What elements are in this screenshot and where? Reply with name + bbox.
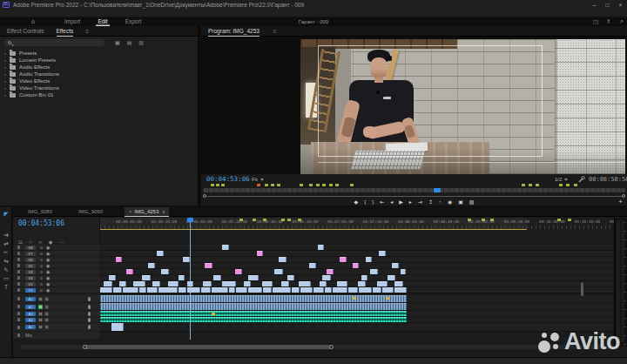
video-clip[interactable] (236, 287, 247, 293)
video-clip[interactable] (318, 245, 324, 250)
lock-icon[interactable] (17, 276, 20, 280)
video-clip[interactable] (299, 281, 311, 286)
drag-video-only-button[interactable]: ▨ (469, 198, 475, 206)
lock-icon[interactable] (17, 318, 20, 321)
lock-icon[interactable] (17, 246, 20, 249)
marker-icon[interactable] (568, 219, 571, 221)
sync-lock-icon[interactable] (40, 277, 43, 280)
video-clip[interactable] (222, 245, 229, 250)
tree-item-audio-effects[interactable]: ›Audio Effects (0, 64, 198, 71)
lock-icon[interactable] (17, 252, 20, 255)
video-clip[interactable] (348, 287, 358, 293)
type-tool[interactable]: T (0, 283, 12, 292)
marker-icon[interactable] (257, 184, 260, 186)
marker-icon[interactable] (316, 184, 320, 186)
marker-icon[interactable] (221, 184, 225, 186)
solo-button[interactable]: S (44, 325, 49, 329)
sync-lock-icon[interactable] (40, 265, 43, 267)
video-clip[interactable] (157, 251, 164, 256)
video-clip[interactable] (322, 275, 331, 280)
video-clip[interactable] (327, 269, 334, 274)
quick-export-icon[interactable]: ⇑ (606, 17, 610, 26)
add-marker-icon[interactable]: ◆ (49, 239, 53, 245)
video-clip[interactable] (373, 287, 381, 293)
toggle-track-output-icon[interactable]: ◉ (46, 251, 50, 256)
marker-icon[interactable] (490, 219, 494, 221)
marker-icon[interactable] (253, 219, 256, 221)
sync-lock-icon[interactable] (40, 289, 43, 292)
video-clip[interactable] (179, 275, 185, 280)
audio-clip[interactable] (111, 323, 124, 331)
video-clip[interactable] (201, 287, 211, 293)
video-clip[interactable] (273, 287, 291, 293)
mark-in-button[interactable]: { (364, 198, 366, 206)
solo-button[interactable]: S (44, 305, 49, 309)
marker-icon[interactable] (536, 184, 539, 186)
voiceover-record-icon[interactable] (88, 318, 91, 322)
mute-button[interactable]: M (38, 305, 43, 309)
tree-item-video-effects[interactable]: ›Video Effects (0, 78, 198, 84)
sync-lock-icon[interactable] (40, 283, 43, 286)
marker-icon[interactable] (216, 184, 219, 186)
video-clip[interactable] (292, 287, 300, 293)
source-patch-v5[interactable]: V5 (25, 264, 36, 268)
video-clip[interactable] (229, 287, 235, 293)
mute-button[interactable]: M (38, 297, 43, 301)
video-clip[interactable] (203, 281, 212, 286)
clip-marker-icon[interactable] (353, 297, 356, 300)
home-icon[interactable]: ⌂ (31, 17, 35, 26)
razor-tool[interactable]: ✂ (0, 248, 12, 257)
video-clip[interactable] (325, 287, 332, 293)
playback-resolution-dropdown[interactable]: 1/2 (555, 175, 568, 184)
effects-search-input[interactable] (4, 39, 104, 46)
video-clip[interactable] (116, 257, 122, 262)
source-patch-v7[interactable]: V7 (25, 252, 36, 256)
marker-icon[interactable] (271, 184, 274, 186)
video-clip[interactable] (337, 281, 347, 286)
video-clip[interactable] (300, 287, 313, 293)
video-clip[interactable] (148, 263, 155, 268)
scrollbar-handle[interactable] (329, 345, 334, 349)
sync-lock-icon[interactable] (40, 259, 43, 261)
video-clip[interactable] (119, 281, 126, 286)
video-clip[interactable] (361, 275, 367, 280)
marker-icon[interactable] (557, 219, 561, 221)
tree-item-audio-transitions[interactable]: ›Audio Transitions (0, 71, 198, 78)
zoom-level-dropdown[interactable]: Fit (252, 175, 264, 184)
video-clip[interactable] (320, 281, 327, 286)
lock-icon[interactable] (17, 305, 20, 308)
video-clip[interactable] (263, 287, 272, 293)
window-minimize-button[interactable]: – (588, 0, 601, 10)
tree-item-lumetri-presets[interactable]: ›Lumetri Presets (0, 57, 198, 64)
source-patch-v2[interactable]: V2 (25, 282, 36, 286)
video-clip[interactable] (401, 269, 406, 274)
lift-button[interactable]: ↥ (428, 198, 433, 206)
video-clip[interactable] (248, 275, 259, 280)
source-patch-v4[interactable]: V4 (25, 270, 36, 274)
video-clip[interactable] (126, 269, 133, 274)
lock-icon[interactable] (17, 264, 20, 267)
program-current-timecode[interactable]: 00:04:53:06 (206, 175, 250, 184)
program-playhead[interactable] (434, 188, 441, 192)
go-to-in-button[interactable]: ⇤ (380, 198, 384, 206)
timeline-playhead[interactable] (190, 218, 191, 340)
marker-icon[interactable] (211, 184, 214, 186)
source-patch-v8[interactable]: V8 (25, 246, 36, 250)
extract-button[interactable]: ↑ (439, 198, 442, 206)
source-patch-a3[interactable]: A3 (25, 312, 36, 316)
video-clip[interactable] (244, 281, 251, 286)
video-clip[interactable] (222, 281, 236, 286)
timeline-current-timecode[interactable]: 00:04:53:06 (18, 219, 64, 227)
voiceover-record-icon[interactable] (88, 297, 91, 301)
video-clip[interactable] (279, 257, 287, 262)
tab-workspace-edit[interactable]: Edit (96, 17, 109, 26)
go-to-out-button[interactable]: ⇥ (418, 198, 422, 206)
tree-item-video-transitions[interactable]: ›Video Transitions (0, 84, 198, 91)
video-clip[interactable] (235, 269, 242, 274)
scrollbar-thumb[interactable] (84, 345, 333, 349)
video-clip[interactable] (377, 281, 388, 286)
lock-icon[interactable] (17, 312, 20, 315)
sync-lock-icon[interactable] (40, 246, 43, 249)
tab-sequence-img-9080[interactable]: IMG_9080 (24, 207, 57, 217)
source-patch-v6[interactable]: V6 (25, 258, 36, 262)
